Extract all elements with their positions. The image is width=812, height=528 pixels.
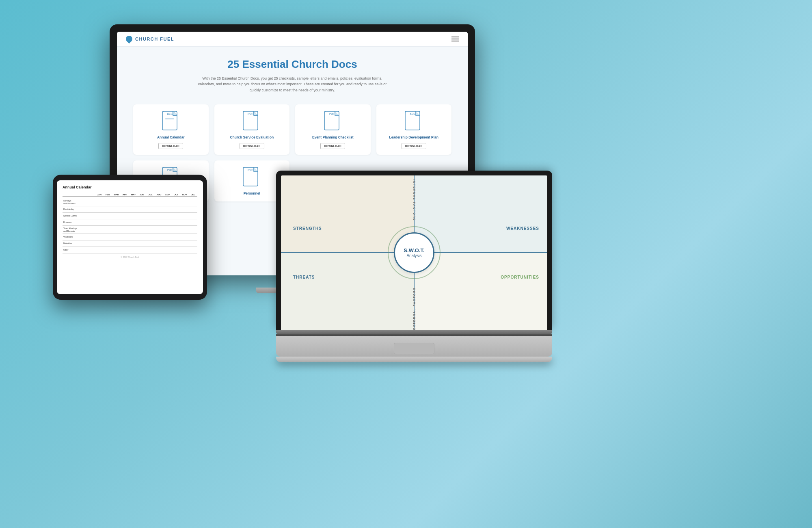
doc-icon-xls-2: XLS xyxy=(405,111,423,132)
svg-text:PDF: PDF xyxy=(329,113,335,115)
laptop-device: INTERNAL FACTORS EXTERNAL FACTORS STRENG… xyxy=(276,171,552,362)
calendar-row-discipleship: Discipleship xyxy=(63,206,197,213)
page-subtitle: With the 25 Essential Church Docs, you g… xyxy=(195,76,390,93)
cal-header-jan: JAN xyxy=(95,193,104,197)
cal-header-jun: JUN xyxy=(138,193,146,197)
download-button-event-planning[interactable]: DOWNLOAD xyxy=(320,143,345,149)
row-label-volunteers: Volunteers xyxy=(63,234,95,240)
svg-text:PDF: PDF xyxy=(248,113,254,115)
calendar-row-other: Other xyxy=(63,247,197,253)
svg-text:XLS: XLS xyxy=(410,113,415,115)
doc-label: Event Planning Checklist xyxy=(312,135,354,140)
cal-header-mar: MAR xyxy=(112,193,121,197)
swot-center-circle: S.W.O.T. Analysis xyxy=(394,232,434,273)
swot-external-label: EXTERNAL FACTORS xyxy=(413,283,416,330)
laptop-screen: INTERNAL FACTORS EXTERNAL FACTORS STRENG… xyxy=(281,175,547,330)
tablet-screen: Annual Calendar JAN FEB MAR APR MAY JUN … xyxy=(57,180,203,294)
row-label-sundays: Sundaysand Sermons xyxy=(63,198,95,206)
doc-card-event-planning: PDF Event Planning Checklist DOWNLOAD xyxy=(295,104,371,155)
row-label-finances: Finances xyxy=(63,220,95,225)
swot-internal-label: INTERNAL FACTORS xyxy=(413,175,416,221)
cal-header-may: MAY xyxy=(129,193,138,197)
cal-header-nov: NOV xyxy=(180,193,189,197)
doc-label: Annual Calendar xyxy=(157,135,185,140)
doc-label: Church Service Evaluation xyxy=(230,135,274,140)
docs-grid-row1: XLS Annual Calendar DOWNLOAD xyxy=(133,104,451,155)
swot-threats-label: THREATS xyxy=(293,275,315,279)
row-label-discipleship: Discipleship xyxy=(63,207,95,212)
tablet-title: Annual Calendar xyxy=(63,185,197,189)
calendar-row-special: Special Events xyxy=(63,213,197,219)
doc-icon-pdf: PDF xyxy=(243,111,261,132)
laptop-bottom-base xyxy=(276,357,552,362)
calendar-row-volunteers: Volunteers xyxy=(63,234,197,240)
cal-header-empty xyxy=(63,193,95,197)
tablet-footer: © 2022 Church Fuel xyxy=(63,253,197,259)
download-button-annual-calendar[interactable]: DOWNLOAD xyxy=(158,143,183,149)
laptop-touchpad xyxy=(394,343,434,354)
svg-text:XLS: XLS xyxy=(167,113,173,115)
cal-header-aug: AUG xyxy=(155,193,163,197)
calendar-row-sundays: Sundaysand Sermons xyxy=(63,198,197,206)
swot-opportunities-label: OPPORTUNITIES xyxy=(501,275,539,279)
swot-center-title: S.W.O.T. xyxy=(404,247,424,254)
monitor-navbar: CHURCH FUEL xyxy=(117,32,468,47)
site-logo[interactable]: CHURCH FUEL xyxy=(126,36,174,42)
row-label-ministries: Ministries xyxy=(63,241,95,246)
swot-diagram: INTERNAL FACTORS EXTERNAL FACTORS STRENG… xyxy=(281,175,547,330)
tablet-device: Annual Calendar JAN FEB MAR APR MAY JUN … xyxy=(53,175,207,300)
doc-card-annual-calendar: XLS Annual Calendar DOWNLOAD xyxy=(133,104,209,155)
tablet-content: Annual Calendar JAN FEB MAR APR MAY JUN … xyxy=(57,180,203,264)
doc-card-leadership: XLS Leadership Development Plan DOWNLOAD xyxy=(376,104,452,155)
scene: CHURCH FUEL 25 Essential Church Docs Wit… xyxy=(0,0,812,528)
laptop-screen-base xyxy=(276,330,552,334)
laptop-screen-frame: INTERNAL FACTORS EXTERNAL FACTORS STRENG… xyxy=(276,171,552,330)
swot-center-subtitle: Analysis xyxy=(406,253,421,258)
doc-icon-pdf-4: PDF xyxy=(243,167,261,188)
row-label-other: Other xyxy=(63,247,95,253)
doc-icon-xls: XLS xyxy=(162,111,180,132)
logo-icon xyxy=(125,35,134,44)
doc-icon-pdf-2: PDF xyxy=(324,111,342,132)
swot-weaknesses-label: WEAKNESSES xyxy=(506,226,539,231)
cal-header-feb: FEB xyxy=(104,193,112,197)
swot-strengths-label: STRENGTHS xyxy=(293,226,322,231)
doc-label: Leadership Development Plan xyxy=(389,135,438,140)
download-button-leadership[interactable]: DOWNLOAD xyxy=(402,143,426,149)
svg-text:PDF: PDF xyxy=(248,169,254,171)
page-title: 25 Essential Church Docs xyxy=(133,58,451,71)
row-label-team-meetings: Team Meetingsand Retreats xyxy=(63,226,95,234)
svg-rect-1 xyxy=(165,118,174,119)
calendar-row-finances: Finances xyxy=(63,219,197,226)
calendar-row-team: Team Meetingsand Retreats xyxy=(63,226,197,234)
calendar-header: JAN FEB MAR APR MAY JUN JUL AUG SEP OCT … xyxy=(63,193,197,197)
cal-header-apr: APR xyxy=(121,193,129,197)
cal-header-oct: OCT xyxy=(172,193,180,197)
cal-header-sep: SEP xyxy=(163,193,172,197)
download-button-church-service[interactable]: DOWNLOAD xyxy=(240,143,264,149)
cal-header-dec: DEC xyxy=(189,193,197,197)
doc-card-church-service: PDF Church Service Evaluation DOWNLOAD xyxy=(214,104,290,155)
logo-text: CHURCH FUEL xyxy=(135,37,174,41)
row-label-special-events: Special Events xyxy=(63,213,95,219)
cal-header-jul: JUL xyxy=(146,193,155,197)
doc-label: Personnel xyxy=(244,191,260,196)
calendar-row-ministries: Ministries xyxy=(63,240,197,247)
hamburger-menu[interactable] xyxy=(451,37,459,41)
svg-text:PDF: PDF xyxy=(167,169,173,171)
laptop-keyboard xyxy=(276,336,552,357)
tablet-frame: Annual Calendar JAN FEB MAR APR MAY JUN … xyxy=(53,175,207,300)
